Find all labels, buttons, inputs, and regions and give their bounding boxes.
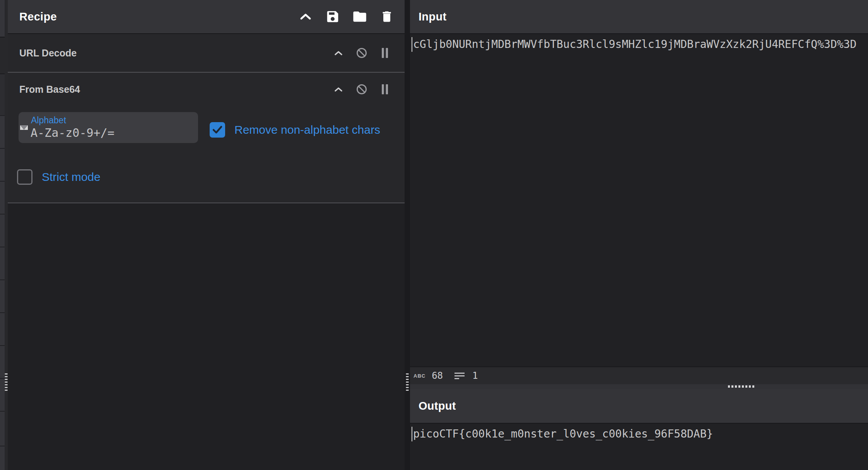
operations-panel-edge [0, 0, 5, 470]
save-recipe-icon[interactable] [325, 8, 340, 25]
char-count-value: 68 [432, 370, 443, 381]
remove-non-alphabet-checkbox[interactable] [210, 122, 225, 138]
operation-category-edge [0, 37, 5, 73]
recipe-title: Recipe [19, 10, 57, 23]
input-text[interactable]: cGljb0NURntjMDBrMWVfbTBuc3Rlcl9sMHZlc19j… [413, 36, 856, 53]
collapse-operation-chevron-icon[interactable] [332, 46, 345, 60]
input-textarea[interactable]: cGljb0NURntjMDBrMWVfbTBuc3Rlcl9sMHZlc19j… [410, 34, 868, 366]
text-cursor [412, 427, 412, 441]
splitter-grip-icon[interactable] [5, 373, 8, 391]
splitter-grip-icon[interactable] [728, 385, 754, 388]
operations-recipe-splitter[interactable] [5, 0, 8, 470]
input-header: Input [410, 0, 868, 34]
output-title: Output [419, 400, 456, 412]
collapse-args-chevron-icon[interactable] [298, 8, 313, 25]
recipe-io-splitter[interactable] [405, 0, 410, 470]
breakpoint-pause-icon[interactable] [378, 46, 391, 60]
recipe-panel: Recipe URL Decode [8, 0, 405, 470]
input-status-bar: ABC 68 1 [410, 366, 868, 384]
alphabet-select[interactable]: Alphabet A-Za-z0-9+/= [19, 112, 198, 143]
text-cursor [412, 37, 412, 52]
operation-name: URL Decode [19, 48, 77, 59]
disable-operation-icon[interactable] [355, 46, 368, 60]
alphabet-label: Alphabet [31, 115, 66, 126]
strict-mode-checkbox[interactable] [17, 169, 32, 185]
output-textarea[interactable]: picoCTF{c00k1e_m0nster_l0ves_c00kies_96F… [410, 424, 868, 467]
output-text[interactable]: picoCTF{c00k1e_m0nster_l0ves_c00kies_96F… [413, 426, 713, 443]
breakpoint-pause-icon[interactable] [378, 83, 391, 96]
operation-url-decode[interactable]: URL Decode [8, 34, 405, 72]
operation-from-base64[interactable]: From Base64 Alphabet A-Za-z0-9+/= [8, 73, 405, 203]
input-title: Input [419, 10, 446, 23]
clear-recipe-trash-icon[interactable] [379, 8, 395, 25]
recipe-header: Recipe [8, 0, 405, 34]
splitter-grip-icon[interactable] [406, 373, 409, 391]
recipe-drop-area[interactable] [8, 203, 405, 469]
line-count-icon [455, 373, 465, 379]
io-panel: Input cGljb0NURntjMDBrMWVfbTBuc3Rlcl9sMH… [410, 0, 868, 470]
collapse-operation-chevron-icon[interactable] [332, 83, 345, 96]
line-count-value: 1 [472, 370, 478, 381]
operation-name: From Base64 [19, 84, 80, 95]
operation-category-edge [0, 73, 5, 115]
dropdown-caret-icon [20, 125, 28, 130]
strict-mode-label[interactable]: Strict mode [42, 170, 101, 184]
input-output-splitter[interactable] [410, 384, 868, 389]
cyberchef-app: Recipe URL Decode [0, 0, 868, 470]
remove-non-alphabet-label[interactable]: Remove non-alphabet chars [234, 123, 380, 136]
output-header: Output [410, 389, 868, 424]
disable-operation-icon[interactable] [355, 83, 368, 96]
alphabet-value: A-Za-z0-9+/= [31, 126, 114, 140]
char-count-icon: ABC [413, 373, 425, 379]
load-recipe-folder-icon[interactable] [352, 8, 367, 25]
